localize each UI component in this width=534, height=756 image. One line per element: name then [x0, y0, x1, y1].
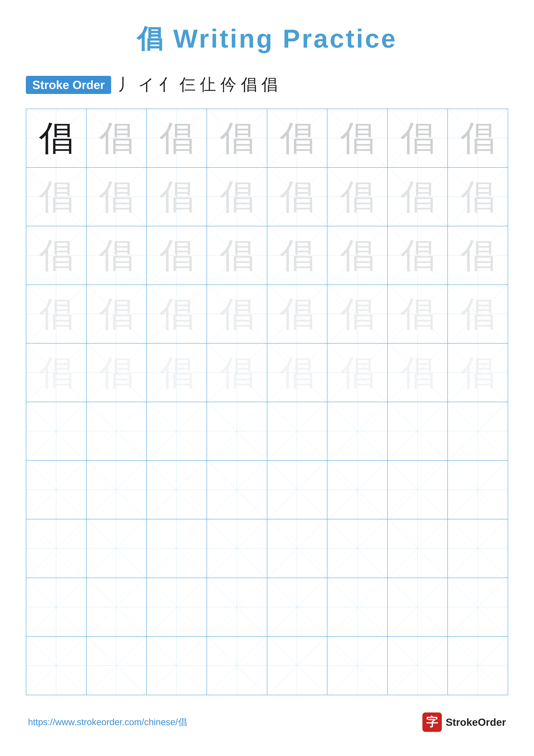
stroke-4: 仨: [179, 74, 195, 96]
grid-cell[interactable]: [147, 461, 207, 519]
grid-cell[interactable]: [26, 636, 87, 695]
grid-cell[interactable]: 倡: [87, 343, 147, 402]
grid-cell[interactable]: [87, 461, 147, 519]
grid-row: 倡 倡 倡 倡 倡 倡 倡 倡: [26, 109, 508, 168]
grid-cell[interactable]: [87, 636, 147, 695]
grid-cell[interactable]: 倡: [147, 168, 207, 226]
grid-cell[interactable]: [327, 519, 388, 578]
grid-cell[interactable]: [388, 402, 448, 460]
grid-cell[interactable]: [267, 636, 328, 695]
grid-cell[interactable]: [388, 461, 448, 519]
grid-cell[interactable]: 倡: [267, 343, 328, 402]
grid-cell[interactable]: 倡: [327, 226, 388, 284]
grid-cell[interactable]: [26, 461, 87, 519]
grid-cell[interactable]: 倡: [448, 226, 508, 284]
grid-cell[interactable]: 倡: [87, 226, 147, 284]
grid-cell[interactable]: [207, 519, 267, 578]
grid-cell[interactable]: 倡: [267, 168, 328, 226]
grid-cell[interactable]: [448, 578, 508, 636]
grid-cell[interactable]: 倡: [26, 226, 87, 284]
grid-cell[interactable]: [327, 636, 388, 695]
practice-char: 倡: [39, 355, 73, 390]
grid-cell[interactable]: [448, 461, 508, 519]
grid-cell[interactable]: 倡: [147, 285, 207, 343]
grid-cell[interactable]: [267, 402, 328, 460]
practice-char: 倡: [280, 179, 314, 214]
practice-char: 倡: [340, 121, 375, 155]
grid-cell[interactable]: 倡: [147, 109, 207, 167]
grid-cell[interactable]: 倡: [448, 343, 508, 402]
grid-cell[interactable]: [448, 636, 508, 695]
footer-url[interactable]: https://www.strokeorder.com/chinese/倡: [28, 716, 187, 728]
grid-cell[interactable]: 倡: [147, 343, 207, 402]
grid-cell[interactable]: 倡: [267, 226, 328, 284]
practice-char: 倡: [159, 238, 194, 273]
grid-cell[interactable]: [147, 402, 207, 460]
practice-char: 倡: [39, 179, 73, 214]
grid-cell[interactable]: [147, 519, 207, 578]
grid-cell[interactable]: [207, 636, 267, 695]
grid-cell[interactable]: [147, 578, 207, 636]
grid-cell[interactable]: 倡: [87, 168, 147, 226]
grid-cell[interactable]: [388, 578, 448, 636]
grid-cell[interactable]: 倡: [448, 168, 508, 226]
grid-cell[interactable]: 倡: [388, 285, 448, 343]
practice-char: 倡: [220, 297, 254, 331]
grid-cell[interactable]: 倡: [327, 343, 388, 402]
grid-cell[interactable]: 倡: [26, 168, 87, 226]
practice-char: 倡: [99, 238, 134, 273]
grid-cell[interactable]: [26, 402, 87, 460]
grid-cell[interactable]: [388, 636, 448, 695]
grid-cell[interactable]: 倡: [267, 109, 328, 167]
grid-cell[interactable]: 倡: [207, 226, 267, 284]
grid-cell[interactable]: [267, 461, 328, 519]
footer-logo: 字 StrokeOrder: [422, 713, 506, 732]
grid-cell[interactable]: [448, 519, 508, 578]
grid-cell[interactable]: 倡: [388, 226, 448, 284]
grid-cell[interactable]: 倡: [448, 109, 508, 167]
grid-cell[interactable]: 倡: [388, 168, 448, 226]
grid-cell[interactable]: [26, 578, 87, 636]
grid-cell[interactable]: 倡: [327, 285, 388, 343]
grid-cell[interactable]: [327, 461, 388, 519]
stroke-8: 倡: [261, 74, 277, 96]
grid-cell[interactable]: 倡: [26, 343, 87, 402]
practice-char: 倡: [220, 355, 254, 390]
grid-cell[interactable]: 倡: [87, 285, 147, 343]
grid-cell[interactable]: [207, 461, 267, 519]
grid-cell[interactable]: 倡: [207, 109, 267, 167]
grid-cell[interactable]: 倡: [26, 285, 87, 343]
grid-cell[interactable]: [26, 519, 87, 578]
practice-char: 倡: [99, 121, 134, 155]
grid-cell[interactable]: 倡: [267, 285, 328, 343]
grid-cell[interactable]: 倡: [87, 109, 147, 167]
grid-cell[interactable]: 倡: [448, 285, 508, 343]
grid-cell[interactable]: 倡: [388, 109, 448, 167]
grid-row: 倡 倡 倡 倡 倡 倡 倡 倡: [26, 343, 508, 402]
grid-cell[interactable]: 倡: [207, 343, 267, 402]
grid-cell[interactable]: [448, 402, 508, 460]
grid-cell[interactable]: [207, 402, 267, 460]
grid-cell[interactable]: [327, 402, 388, 460]
grid-row: [26, 402, 508, 461]
grid-cell[interactable]: [327, 578, 388, 636]
grid-cell[interactable]: 倡: [147, 226, 207, 284]
grid-cell[interactable]: [267, 519, 328, 578]
grid-cell[interactable]: 倡: [327, 109, 388, 167]
grid-cell[interactable]: [388, 519, 448, 578]
grid-cell[interactable]: [87, 519, 147, 578]
grid-cell[interactable]: 倡: [26, 109, 87, 167]
grid-cell[interactable]: 倡: [388, 343, 448, 402]
grid-cell[interactable]: 倡: [327, 168, 388, 226]
stroke-order-section: Stroke Order 丿 イ 亻 仨 仩 仱 倡 倡: [26, 74, 508, 96]
grid-cell[interactable]: [267, 578, 328, 636]
practice-char: 倡: [280, 238, 314, 273]
grid-cell[interactable]: [147, 636, 207, 695]
grid-cell[interactable]: 倡: [207, 168, 267, 226]
grid-cell[interactable]: [207, 578, 267, 636]
practice-char: 倡: [400, 121, 435, 155]
grid-cell[interactable]: [87, 402, 147, 460]
stroke-6: 仱: [220, 74, 237, 96]
grid-cell[interactable]: [87, 578, 147, 636]
grid-cell[interactable]: 倡: [207, 285, 267, 343]
